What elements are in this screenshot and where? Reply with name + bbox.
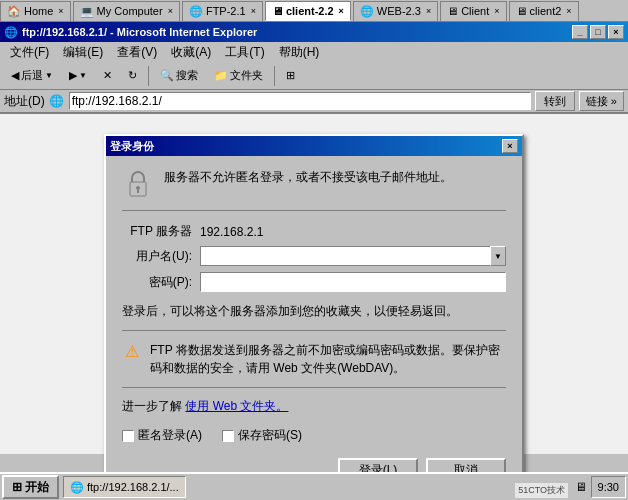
toolbar-separator-2 xyxy=(274,66,275,86)
tab-ftp21-close[interactable]: × xyxy=(251,6,256,16)
username-row: 用户名(U): ▼ xyxy=(122,246,506,266)
refresh-icon: ↻ xyxy=(128,69,137,82)
tab-home-close[interactable]: × xyxy=(58,6,63,16)
dialog-close-button[interactable]: × xyxy=(502,139,518,153)
dialog-warning-text: FTP 将数据发送到服务器之前不加密或编码密码或数据。要保护密码和数据的安全，请… xyxy=(150,341,506,377)
media-button[interactable]: ⊞ xyxy=(279,65,302,87)
password-label: 密码(P): xyxy=(122,274,192,291)
address-label: 地址(D) xyxy=(4,93,45,110)
address-ftp-icon: 🌐 xyxy=(49,93,65,109)
forward-button[interactable]: ▶ ▼ xyxy=(62,65,94,87)
menu-edit[interactable]: 编辑(E) xyxy=(57,43,109,62)
refresh-button[interactable]: ↻ xyxy=(121,65,144,87)
forward-dropdown-icon: ▼ xyxy=(79,71,87,80)
back-arrow-icon: ◀ xyxy=(11,69,19,82)
tab-web23[interactable]: 🌐 WEB-2.3 × xyxy=(353,1,438,21)
maximize-button[interactable]: □ xyxy=(590,25,606,39)
save-password-checkbox[interactable] xyxy=(222,430,234,442)
ftp-server-value: 192.168.2.1 xyxy=(200,225,263,239)
web23-tab-icon: 🌐 xyxy=(360,5,374,18)
dialog-warning-section: 服务器不允许匿名登录，或者不接受该电子邮件地址。 xyxy=(122,168,506,211)
taskbar-tray: 🖥 xyxy=(575,480,587,494)
anonymous-checkbox-container[interactable]: 匿名登录(A) xyxy=(122,427,202,444)
webdav-link[interactable]: 使用 Web 文件夹。 xyxy=(185,399,288,413)
start-button[interactable]: ⊞ 开始 xyxy=(2,475,59,499)
media-icon: ⊞ xyxy=(286,69,295,82)
windows-logo-icon: ⊞ xyxy=(12,480,22,494)
menu-view[interactable]: 查看(V) xyxy=(111,43,163,62)
go-button[interactable]: 转到 xyxy=(535,91,575,111)
client22-tab-icon: 🖥 xyxy=(272,5,283,17)
tab-home[interactable]: 🏠 Home × xyxy=(0,1,71,21)
window-title: ftp://192.168.2.1/ - Microsoft Internet … xyxy=(22,26,257,38)
minimize-button[interactable]: _ xyxy=(572,25,588,39)
menu-help[interactable]: 帮助(H) xyxy=(273,43,326,62)
taskbar-ftp-icon: 🌐 xyxy=(70,481,84,494)
link-prefix-text: 进一步了解 xyxy=(122,399,182,413)
search-button[interactable]: 🔍 搜索 xyxy=(153,65,205,87)
address-input[interactable] xyxy=(69,92,531,110)
login-dialog: 登录身份 × 服务器不允许匿名登录，或者不接受该电子邮件地址。 xyxy=(104,134,524,496)
folder-icon: 📁 xyxy=(214,69,228,82)
dialog-checkboxes: 匿名登录(A) 保存密码(S) xyxy=(122,427,506,444)
save-password-checkbox-container[interactable]: 保存密码(S) xyxy=(222,427,302,444)
taskbar-clock: 9:30 xyxy=(591,476,626,498)
content-area: 登录身份 × 服务器不允许匿名登录，或者不接受该电子邮件地址。 xyxy=(0,114,628,454)
menu-bar: 文件(F) 编辑(E) 查看(V) 收藏(A) 工具(T) 帮助(H) xyxy=(0,42,628,62)
dialog-title-text: 登录身份 xyxy=(110,139,154,154)
taskbar-ftp-item[interactable]: 🌐 ftp://192.168.2.1/... xyxy=(63,476,186,498)
ftp-server-label: FTP 服务器 xyxy=(122,223,192,240)
dialog-message-text: 服务器不允许匿名登录，或者不接受该电子邮件地址。 xyxy=(164,168,452,186)
back-button[interactable]: ◀ 后退 ▼ xyxy=(4,65,60,87)
anonymous-checkbox[interactable] xyxy=(122,430,134,442)
dialog-fields: FTP 服务器 192.168.2.1 用户名(U): ▼ 密码(P): xyxy=(122,223,506,292)
title-bar-buttons: _ □ × xyxy=(572,25,624,39)
username-dropdown-button[interactable]: ▼ xyxy=(490,246,506,266)
links-button[interactable]: 链接 » xyxy=(579,91,624,111)
tab-client2-close[interactable]: × xyxy=(566,6,571,16)
mycomputer-tab-icon: 💻 xyxy=(80,5,94,18)
tab-ftp21[interactable]: 🌐 FTP-2.1 × xyxy=(182,1,263,21)
tab-client22[interactable]: 🖥 client-2.2 × xyxy=(265,1,351,21)
username-input-container: ▼ xyxy=(200,246,506,266)
home-tab-icon: 🏠 xyxy=(7,5,21,18)
client-tab-icon: 🖥 xyxy=(447,5,458,17)
username-input[interactable] xyxy=(200,246,490,266)
tab-mycomputer-close[interactable]: × xyxy=(168,6,173,16)
stop-button[interactable]: ✕ xyxy=(96,65,119,87)
save-password-label: 保存密码(S) xyxy=(238,427,302,444)
title-bar: 🌐 ftp://192.168.2.1/ - Microsoft Interne… xyxy=(0,22,628,42)
ftp-server-row: FTP 服务器 192.168.2.1 xyxy=(122,223,506,240)
favorites-button[interactable]: 📁 文件夹 xyxy=(207,65,270,87)
password-input[interactable] xyxy=(200,272,506,292)
browser-tabs: 🏠 Home × 💻 My Computer × 🌐 FTP-2.1 × 🖥 c… xyxy=(0,0,628,22)
menu-file[interactable]: 文件(F) xyxy=(4,43,55,62)
tab-mycomputer[interactable]: 💻 My Computer × xyxy=(73,1,180,21)
tab-client-close[interactable]: × xyxy=(494,6,499,16)
stop-icon: ✕ xyxy=(103,69,112,82)
dialog-body: 服务器不允许匿名登录，或者不接受该电子邮件地址。 FTP 服务器 192.168… xyxy=(106,156,522,494)
dialog-ftp-warning: ⚠ FTP 将数据发送到服务器之前不加密或编码密码或数据。要保护密码和数据的安全… xyxy=(122,341,506,388)
ftp21-tab-icon: 🌐 xyxy=(189,5,203,18)
tab-web23-close[interactable]: × xyxy=(426,6,431,16)
svg-point-1 xyxy=(136,186,140,190)
search-icon: 🔍 xyxy=(160,69,174,82)
network-tray-icon: 🖥 xyxy=(575,480,587,494)
tab-client2[interactable]: 🖥 client2 × xyxy=(509,1,579,21)
windows-taskbar: ⊞ 开始 🌐 ftp://192.168.2.1/... 🖥 9:30 51CT… xyxy=(0,472,628,500)
back-dropdown-icon: ▼ xyxy=(45,71,53,80)
warning-triangle-icon: ⚠ xyxy=(122,341,142,361)
anonymous-label: 匿名登录(A) xyxy=(138,427,202,444)
title-bar-left: 🌐 ftp://192.168.2.1/ - Microsoft Interne… xyxy=(4,26,257,39)
client2-tab-icon: 🖥 xyxy=(516,5,527,17)
menu-favorites[interactable]: 收藏(A) xyxy=(165,43,217,62)
tab-client[interactable]: 🖥 Client × xyxy=(440,1,506,21)
username-label: 用户名(U): xyxy=(122,248,192,265)
close-button[interactable]: × xyxy=(608,25,624,39)
forward-arrow-icon: ▶ xyxy=(69,69,77,82)
ie-icon: 🌐 xyxy=(4,26,18,39)
menu-tools[interactable]: 工具(T) xyxy=(219,43,270,62)
tab-client22-close[interactable]: × xyxy=(339,6,344,16)
dialog-note: 登录后，可以将这个服务器添加到您的收藏夹，以便轻易返回。 xyxy=(122,302,506,331)
taskbar-items: 🌐 ftp://192.168.2.1/... xyxy=(61,474,575,500)
